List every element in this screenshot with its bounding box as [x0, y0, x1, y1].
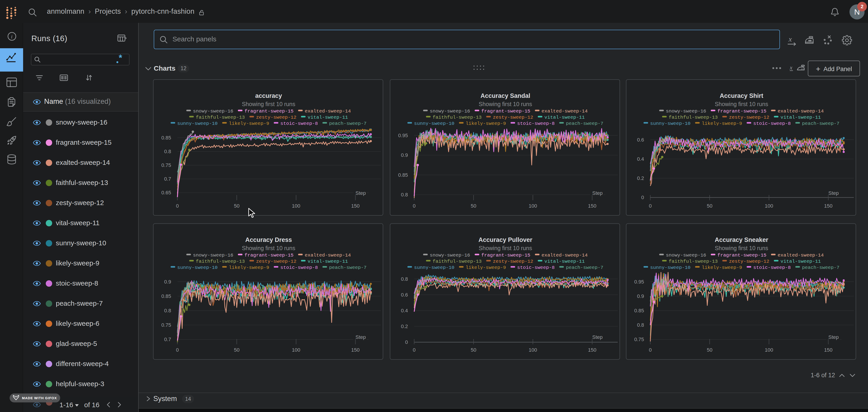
svg-text:snowy-sweep-16: snowy-sweep-16: [430, 108, 470, 114]
svg-text:0: 0: [413, 347, 415, 353]
svg-text:fragrant-sweep-15: fragrant-sweep-15: [717, 253, 767, 258]
svg-text:Showing first 10 runs: Showing first 10 runs: [242, 245, 295, 251]
svg-text:likely-sweep-9: likely-sweep-9: [702, 121, 742, 126]
svg-text:exalted-sweep-14: exalted-sweep-14: [541, 253, 588, 258]
svg-text:0.6: 0.6: [637, 137, 644, 143]
svg-text:Accuracy Dress: Accuracy Dress: [245, 236, 292, 243]
svg-text:Showing first 10 runs: Showing first 10 runs: [478, 101, 532, 107]
svg-text:Step: Step: [355, 334, 366, 340]
svg-text:snowy-sweep-16: snowy-sweep-16: [666, 253, 706, 258]
svg-text:0.8: 0.8: [401, 192, 408, 197]
svg-text:0.4: 0.4: [401, 308, 408, 313]
svg-text:Showing first 10 runs: Showing first 10 runs: [715, 245, 768, 251]
svg-text:sunny-sweep-10: sunny-sweep-10: [414, 121, 454, 126]
svg-text:peach-sweep-7: peach-sweep-7: [329, 265, 367, 270]
svg-text:snowy-sweep-16: snowy-sweep-16: [666, 108, 706, 114]
svg-text:vital-sweep-11: vital-sweep-11: [781, 259, 821, 264]
svg-text:vital-sweep-11: vital-sweep-11: [545, 259, 585, 264]
svg-text:vital-sweep-11: vital-sweep-11: [781, 115, 821, 120]
svg-text:Step: Step: [829, 334, 839, 340]
svg-text:0.9: 0.9: [401, 152, 408, 158]
svg-text:Accuracy Pullover: Accuracy Pullover: [478, 236, 532, 243]
svg-text:Showing first 10 runs: Showing first 10 runs: [478, 245, 532, 251]
svg-text:zesty-sweep-12: zesty-sweep-12: [256, 115, 296, 120]
svg-text:50: 50: [471, 203, 476, 209]
svg-text:0: 0: [649, 203, 652, 209]
svg-text:Showing first 10 runs: Showing first 10 runs: [242, 101, 295, 107]
svg-text:0.4: 0.4: [637, 156, 644, 162]
svg-text:150: 150: [824, 203, 833, 209]
svg-text:Step: Step: [355, 190, 366, 196]
svg-text:0.8: 0.8: [164, 308, 171, 313]
svg-text:0: 0: [176, 347, 179, 353]
svg-text:150: 150: [824, 347, 833, 353]
svg-text:exalted-sweep-14: exalted-sweep-14: [305, 253, 351, 258]
svg-text:0: 0: [641, 195, 644, 200]
svg-text:peach-sweep-7: peach-sweep-7: [802, 265, 839, 270]
svg-text:stoic-sweep-8: stoic-sweep-8: [753, 121, 791, 126]
svg-text:0.75: 0.75: [634, 337, 644, 342]
svg-text:likely-sweep-9: likely-sweep-9: [466, 121, 506, 126]
svg-text:faithful-sweep-13: faithful-sweep-13: [669, 115, 718, 120]
svg-text:peach-sweep-7: peach-sweep-7: [566, 265, 603, 270]
svg-text:Accuracy Sneaker: Accuracy Sneaker: [715, 236, 769, 243]
svg-text:fragrant-sweep-15: fragrant-sweep-15: [245, 108, 293, 114]
svg-text:faithful-sweep-13: faithful-sweep-13: [196, 259, 245, 264]
svg-text:0: 0: [413, 203, 415, 209]
svg-text:zesty-sweep-12: zesty-sweep-12: [493, 115, 533, 120]
svg-text:0.8: 0.8: [401, 276, 408, 282]
svg-text:0.95: 0.95: [634, 279, 644, 285]
svg-text:snowy-sweep-16: snowy-sweep-16: [193, 108, 233, 114]
svg-text:zesty-sweep-12: zesty-sweep-12: [729, 115, 769, 120]
svg-text:0.2: 0.2: [637, 176, 644, 181]
svg-text:50: 50: [707, 203, 712, 209]
svg-text:150: 150: [351, 203, 360, 209]
svg-text:0.85: 0.85: [398, 172, 408, 178]
svg-text:likely-sweep-9: likely-sweep-9: [466, 265, 506, 270]
svg-text:50: 50: [471, 347, 476, 353]
svg-text:100: 100: [765, 347, 773, 353]
svg-text:exalted-sweep-14: exalted-sweep-14: [778, 253, 824, 258]
svg-text:0.85: 0.85: [634, 308, 644, 313]
svg-text:Accuracy Shirt: Accuracy Shirt: [720, 92, 763, 99]
svg-text:Accuracy Sandal: Accuracy Sandal: [480, 92, 530, 99]
svg-text:x: x: [789, 64, 793, 71]
svg-text:100: 100: [292, 347, 300, 353]
svg-text:0.9: 0.9: [637, 293, 644, 299]
svg-text:likely-sweep-9: likely-sweep-9: [702, 265, 742, 270]
svg-text:0.6: 0.6: [401, 292, 408, 298]
svg-text:sunny-sweep-10: sunny-sweep-10: [650, 265, 690, 270]
svg-text:x: x: [788, 35, 792, 43]
svg-text:50: 50: [234, 203, 240, 209]
svg-text:0.2: 0.2: [401, 323, 408, 329]
svg-text:Step: Step: [829, 190, 839, 196]
svg-text:sunny-sweep-10: sunny-sweep-10: [177, 121, 218, 126]
svg-text:peach-sweep-7: peach-sweep-7: [329, 121, 367, 126]
svg-text:snowy-sweep-16: snowy-sweep-16: [193, 253, 233, 258]
svg-text:0.75: 0.75: [161, 162, 171, 168]
svg-text:sunny-sweep-10: sunny-sweep-10: [650, 121, 690, 126]
svg-text:zesty-sweep-12: zesty-sweep-12: [493, 259, 533, 264]
svg-text:fragrant-sweep-15: fragrant-sweep-15: [482, 253, 530, 258]
svg-text:likely-sweep-9: likely-sweep-9: [229, 121, 269, 126]
svg-text:100: 100: [529, 203, 537, 209]
svg-text:exalted-sweep-14: exalted-sweep-14: [778, 108, 824, 114]
svg-text:faithful-sweep-13: faithful-sweep-13: [433, 115, 482, 120]
svg-text:faithful-sweep-13: faithful-sweep-13: [669, 259, 718, 264]
svg-text:150: 150: [351, 347, 360, 353]
svg-text:zesty-sweep-12: zesty-sweep-12: [729, 259, 769, 264]
svg-text:accuracy: accuracy: [255, 92, 282, 99]
svg-text:snowy-sweep-16: snowy-sweep-16: [430, 253, 470, 258]
svg-text:Step: Step: [592, 190, 602, 196]
svg-text:50: 50: [234, 347, 240, 353]
svg-text:faithful-sweep-13: faithful-sweep-13: [196, 115, 245, 120]
svg-text:stoic-sweep-8: stoic-sweep-8: [280, 265, 318, 270]
svg-text:exalted-sweep-14: exalted-sweep-14: [541, 108, 588, 114]
svg-text:sunny-sweep-10: sunny-sweep-10: [414, 265, 454, 270]
svg-text:100: 100: [765, 203, 773, 209]
svg-text:0: 0: [405, 339, 408, 345]
svg-text:vital-sweep-11: vital-sweep-11: [308, 115, 348, 120]
svg-text:stoic-sweep-8: stoic-sweep-8: [517, 265, 555, 270]
svg-text:0.85: 0.85: [161, 293, 171, 299]
svg-text:sunny-sweep-10: sunny-sweep-10: [177, 265, 218, 270]
